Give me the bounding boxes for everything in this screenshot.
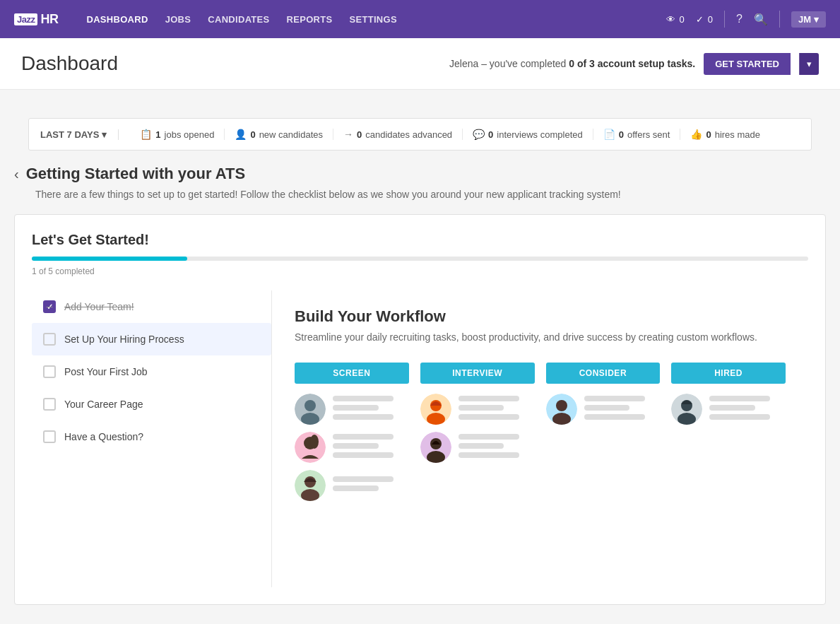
workflow-col-screen: SCREEN	[295, 363, 409, 508]
line	[584, 414, 645, 420]
checklist-label-3: Your Career Page	[64, 399, 143, 410]
stat-new-candidates: 👤 0 new candidates	[225, 129, 333, 140]
candidates-count: 0	[250, 129, 255, 140]
line	[333, 485, 379, 491]
interviews-label: interviews completed	[497, 129, 582, 140]
getting-started-card: Let's Get Started! 1 of 5 completed Add …	[14, 214, 826, 605]
checklist-label-2: Post Your First Job	[64, 366, 148, 377]
line	[459, 414, 519, 420]
help-icon[interactable]: ?	[736, 13, 743, 25]
user-caret-icon: ▾	[814, 14, 819, 25]
avatar-h1	[671, 394, 702, 425]
workflow-columns: SCREEN	[295, 363, 786, 508]
candidate-lines-i2	[459, 434, 535, 461]
logo-hr: HR	[40, 12, 58, 27]
getting-started-title: Getting Started with your ATS	[26, 165, 245, 183]
nav-settings[interactable]: SETTINGS	[350, 14, 397, 25]
main-content: LAST 7 DAYS ▾ 📋 1 jobs opened 👤 0 new ca…	[0, 90, 840, 619]
line	[459, 396, 519, 401]
checklist-item-0[interactable]: Add Your Team!	[32, 290, 271, 323]
advanced-label: candidates advanced	[365, 129, 452, 140]
line	[333, 414, 394, 420]
setup-message-bold: 0 of 3 account setup tasks.	[569, 58, 695, 69]
stat-offers: 📄 0 offers sent	[593, 129, 681, 140]
candidate-card-c1	[546, 394, 661, 425]
check-group[interactable]: ✓ 0	[696, 14, 713, 25]
checkbox-4	[43, 430, 56, 443]
line	[459, 405, 504, 411]
getting-started-description: There are a few things to set up to get …	[35, 189, 826, 200]
line	[709, 405, 755, 411]
nav-reports[interactable]: REPORTS	[287, 14, 333, 25]
get-started-button[interactable]: GET STARTED	[704, 53, 791, 75]
col-header-hired: HIRED	[671, 363, 786, 384]
avatar-s2	[295, 432, 326, 463]
candidate-card-h1	[671, 394, 786, 425]
advanced-count: 0	[357, 129, 362, 140]
eye-icon: 👁	[666, 14, 675, 25]
logo[interactable]: Jazz HR	[14, 12, 58, 27]
avatar-c1	[546, 394, 577, 425]
document-icon: 📄	[603, 129, 615, 140]
candidate-lines-s2	[333, 434, 409, 461]
user-menu[interactable]: JM ▾	[791, 11, 826, 28]
check-count: 0	[708, 14, 713, 25]
eye-count: 0	[680, 14, 685, 25]
candidate-card-i1	[420, 394, 535, 425]
progress-bar-container	[32, 257, 808, 261]
col-header-consider: CONSIDER	[546, 363, 661, 384]
jobs-count: 1	[155, 129, 160, 140]
back-arrow-icon[interactable]: ‹	[14, 166, 19, 182]
hires-label: hires made	[715, 129, 760, 140]
checklist-item-3[interactable]: Your Career Page	[32, 388, 271, 420]
hires-count: 0	[706, 129, 711, 140]
nav-jobs[interactable]: JOBS	[165, 14, 191, 25]
search-icon[interactable]: 🔍	[754, 13, 768, 26]
checklist-label-0: Add Your Team!	[64, 301, 134, 312]
stat-interviews: 💬 0 interviews completed	[463, 129, 593, 140]
checkbox-3	[43, 398, 56, 411]
getting-started-header: ‹ Getting Started with your ATS	[14, 165, 826, 183]
offers-label: offers sent	[627, 129, 670, 140]
candidate-lines-s1	[333, 396, 409, 423]
line	[459, 452, 519, 458]
checklist-item-2[interactable]: Post Your First Job	[32, 355, 271, 388]
period-caret-icon: ▾	[102, 129, 107, 140]
line	[709, 414, 770, 420]
col-header-screen: SCREEN	[295, 363, 409, 384]
page-title: Dashboard	[21, 52, 118, 75]
nav-separator	[724, 11, 725, 28]
nav-candidates[interactable]: CANDIDATES	[208, 14, 269, 25]
checklist-item-4[interactable]: Have a Question?	[32, 420, 271, 453]
workflow-description: Streamline your daily recruiting tasks, …	[295, 331, 786, 343]
line	[333, 396, 394, 401]
briefcase-icon: 📋	[140, 129, 152, 140]
header-right: Jelena – you've completed 0 of 3 account…	[449, 53, 819, 75]
navbar: Jazz HR DASHBOARD JOBS CANDIDATES REPORT…	[0, 0, 840, 38]
nav-links: DASHBOARD JOBS CANDIDATES REPORTS SETTIN…	[86, 14, 396, 25]
checklist-label-1: Set Up Your Hiring Process	[64, 334, 184, 345]
get-started-caret-button[interactable]: ▾	[799, 53, 819, 75]
logo-box: Jazz	[14, 13, 37, 25]
checkbox-0	[43, 300, 56, 313]
candidate-lines-s3	[333, 476, 409, 495]
line	[333, 434, 394, 440]
eye-group[interactable]: 👁 0	[666, 14, 685, 25]
svg-point-5	[310, 435, 319, 449]
col-header-interview: INTERVIEW	[420, 363, 535, 384]
avatar-s3	[295, 470, 326, 501]
check-icon: ✓	[696, 14, 704, 25]
line	[459, 443, 504, 449]
svg-point-1	[304, 400, 316, 411]
nav-dashboard[interactable]: DASHBOARD	[86, 14, 148, 25]
stat-hires: 👍 0 hires made	[680, 129, 770, 140]
avatar-i1	[420, 394, 451, 425]
person-icon: 👤	[235, 129, 247, 140]
candidates-label: new candidates	[259, 129, 323, 140]
nav-right: 👁 0 ✓ 0 ? 🔍 JM ▾	[666, 11, 826, 28]
checklist-content: Add Your Team! Set Up Your Hiring Proces…	[32, 290, 808, 587]
progress-bar-fill	[32, 257, 187, 261]
stats-period-dropdown[interactable]: LAST 7 DAYS ▾	[40, 129, 119, 140]
checklist-item-1[interactable]: Set Up Your Hiring Process	[32, 323, 271, 355]
stats-bar: LAST 7 DAYS ▾ 📋 1 jobs opened 👤 0 new ca…	[28, 118, 812, 151]
